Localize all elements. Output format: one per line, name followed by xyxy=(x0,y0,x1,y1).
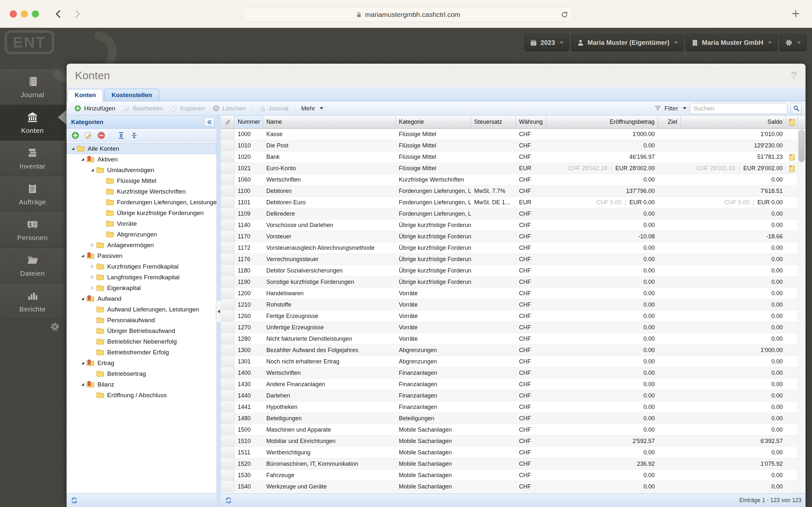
table-row[interactable]: 1530FahrzeugeMobile SachanlagenCHF0.000.… xyxy=(221,470,798,481)
vertical-scrollbar[interactable] xyxy=(798,129,806,493)
table-row[interactable]: 1520Büromaschinen, IT, KommunikationMobi… xyxy=(221,458,798,470)
table-row[interactable]: 1511WertberichtigungMobile SachanlagenCH… xyxy=(221,447,798,458)
table-row[interactable]: 1140Vorschüsse und DarlehenÜbrige kurzfr… xyxy=(221,220,798,231)
company-menu[interactable]: Maria Muster GmbH xyxy=(686,34,777,51)
fiscal-year-selector[interactable]: 2023 xyxy=(524,34,569,51)
toolbar-button-add[interactable]: Hinzufügen xyxy=(70,103,119,114)
tree-expander-closed[interactable] xyxy=(89,285,96,291)
sidebar-gear-icon[interactable] xyxy=(50,322,60,332)
tree-node[interactable]: Aufwand Lieferungen, Leistungen xyxy=(67,304,216,315)
table-row[interactable]: 1200HandelswarenVorräteCHF0.000.00 xyxy=(221,288,798,299)
table-row[interactable]: 1500Maschinen und ApparateMobile Sachanl… xyxy=(221,424,798,436)
table-row[interactable]: 1060WertschriftenKurzfristige Wertschrif… xyxy=(221,174,798,185)
column-header-name[interactable]: Name xyxy=(263,116,396,129)
sidebar-item-auftraege[interactable]: Aufträge xyxy=(0,176,65,212)
back-icon[interactable] xyxy=(54,9,63,19)
table-row[interactable]: 1270Unfertige ErzeugnisseVorräteCHF0.000… xyxy=(221,322,798,333)
tree-node[interactable]: Bilanz xyxy=(67,379,216,390)
tree-node[interactable]: Abgrenzungen xyxy=(67,229,216,240)
sidebar-item-journal[interactable]: Journal xyxy=(0,69,65,105)
new-tab-icon[interactable] xyxy=(791,9,800,18)
table-row[interactable]: 1430Andere FinanzanlagenFinanzanlagenCHF… xyxy=(221,379,798,390)
table-row[interactable]: 1010Die PostFlüssige MittelCHF0.00129'23… xyxy=(221,140,798,151)
tree-node[interactable]: Eigenkapital xyxy=(67,283,216,293)
panel-splitter[interactable] xyxy=(216,116,221,507)
scrollbar-thumb[interactable] xyxy=(799,129,805,162)
tree-tool-collapse-all[interactable] xyxy=(129,130,140,140)
tree-node[interactable]: Ertrag xyxy=(67,357,216,368)
tree-node[interactable]: Betriebsertrag xyxy=(67,368,216,379)
tree-node[interactable]: Betrieblicher Nebenerfolg xyxy=(67,336,216,347)
tree-node[interactable]: Personalaufwand xyxy=(67,315,216,326)
sidebar-item-konten[interactable]: Konten xyxy=(0,105,65,140)
column-header-notiz[interactable] xyxy=(786,116,798,129)
tree-node[interactable]: Anlagevermögen xyxy=(67,240,216,250)
tree-node[interactable]: Aktiven xyxy=(67,154,216,165)
tree-node[interactable]: Vorräte xyxy=(67,218,216,229)
tree-node[interactable]: Langfristiges Fremdkapital xyxy=(67,272,216,283)
sidebar-item-personen[interactable]: Personen xyxy=(0,212,65,248)
column-header-saldo[interactable]: Saldo xyxy=(681,116,786,129)
table-row[interactable]: 1441HypothekenFinanzanlagenCHF0.000.00 xyxy=(221,401,798,413)
table-row[interactable]: 1280Nicht fakturierte DienstleistungenVo… xyxy=(221,333,798,345)
search-button[interactable] xyxy=(791,103,802,114)
toolbar-button-more[interactable]: Mehr xyxy=(297,103,327,114)
tree-expander-open[interactable] xyxy=(79,381,86,388)
tree-node[interactable]: Alle Konten xyxy=(67,143,216,154)
tree-node[interactable]: Übriger Betriebsaufwand xyxy=(67,326,216,336)
toolbar-button-edit[interactable]: Bearbeiten xyxy=(119,103,167,114)
minimize-button[interactable] xyxy=(21,10,28,17)
column-header-waehrung[interactable]: Währung xyxy=(516,116,546,129)
column-header-steuersatz[interactable]: Steuersatz xyxy=(471,116,516,129)
close-button[interactable] xyxy=(10,10,17,17)
table-row[interactable]: 1176VerrechnungssteuerÜbrige kurzfristig… xyxy=(221,253,798,265)
tree-node[interactable]: Kurzfristiges Fremdkapital xyxy=(67,261,216,272)
table-row[interactable]: 1020BankFlüssige MittelCHF46'196.9751'78… xyxy=(221,151,798,163)
toolbar-button-delete[interactable]: Löschen xyxy=(209,103,250,114)
toolbar-button-copy[interactable]: Kopieren xyxy=(167,103,209,114)
maximize-button[interactable] xyxy=(32,10,39,17)
tree-tool-add[interactable] xyxy=(70,130,81,140)
tree-node[interactable]: Übrige kurzfristige Forderungen xyxy=(67,208,216,218)
table-row[interactable]: 1000KasseFlüssige MittelCHF1'000.001'010… xyxy=(221,129,798,140)
tree-expander-open[interactable] xyxy=(79,156,86,163)
table-row[interactable]: 1101Debitoren EuroForderungen Lieferunge… xyxy=(221,197,798,208)
note-icon[interactable] xyxy=(788,164,796,172)
column-header-rowicon[interactable] xyxy=(221,116,234,129)
settings-menu[interactable] xyxy=(779,34,807,51)
tree-expander-open[interactable] xyxy=(79,295,86,302)
tree-node[interactable]: Eröffnung / Abschluss xyxy=(67,390,216,400)
help-icon[interactable]: ? xyxy=(791,69,797,81)
tab-kostenstellen[interactable]: Kostenstellen xyxy=(104,89,159,101)
user-menu[interactable]: Maria Muster (Eigentümer) xyxy=(571,34,683,51)
note-icon[interactable] xyxy=(788,153,796,161)
table-row[interactable]: 1210RohstoffeVorräteCHF0.000.00 xyxy=(221,299,798,311)
search-input[interactable] xyxy=(690,103,787,114)
column-header-eroeffnungsbetrag[interactable]: Eröffnungsbetrag xyxy=(546,116,658,129)
tree-node[interactable]: Aufwand xyxy=(67,293,216,304)
table-row[interactable]: 1480BeteiligungenBeteiligungenCHF0.000.0… xyxy=(221,413,798,424)
table-row[interactable]: 1109DelkredereForderungen Lieferungen, L… xyxy=(221,208,798,220)
sidebar-item-inventar[interactable]: Inventar xyxy=(0,140,65,176)
forward-icon[interactable] xyxy=(72,9,82,19)
column-header-ziel[interactable]: Ziel xyxy=(658,116,681,129)
tree-tool-edit[interactable] xyxy=(83,130,94,140)
splitter-handle[interactable] xyxy=(216,300,222,323)
tree-expander-closed[interactable] xyxy=(89,274,96,281)
column-header-kategorie[interactable]: Kategorie xyxy=(396,116,471,129)
tree-node[interactable]: Forderungen Lieferungen, Leistungen xyxy=(67,197,216,208)
table-row[interactable]: 1170VorsteuerÜbrige kurzfristige Forderu… xyxy=(221,231,798,242)
table-row[interactable]: 1172Vorsteuerausgleich Abrechnungsmethod… xyxy=(221,242,798,253)
reload-icon[interactable] xyxy=(561,11,568,18)
collapse-panel-button[interactable] xyxy=(204,118,214,127)
table-row[interactable]: 1540Werkzeuge und GeräteMobile Sachanlag… xyxy=(221,481,798,492)
tree-node[interactable]: Kurzfristige Wertschriften xyxy=(67,186,216,197)
tree-tool-remove[interactable] xyxy=(96,130,107,140)
table-row[interactable]: 1021Euro-KontoFlüssige MittelEURCHF 28'0… xyxy=(221,163,798,174)
tree-expander-open[interactable] xyxy=(79,360,86,367)
refresh-icon[interactable] xyxy=(225,497,232,504)
tree-expander-open[interactable] xyxy=(69,146,77,152)
tab-konten[interactable]: Konten xyxy=(68,89,103,101)
sidebar-item-berichte[interactable]: Berichte xyxy=(0,284,65,319)
refresh-icon[interactable] xyxy=(70,497,78,504)
